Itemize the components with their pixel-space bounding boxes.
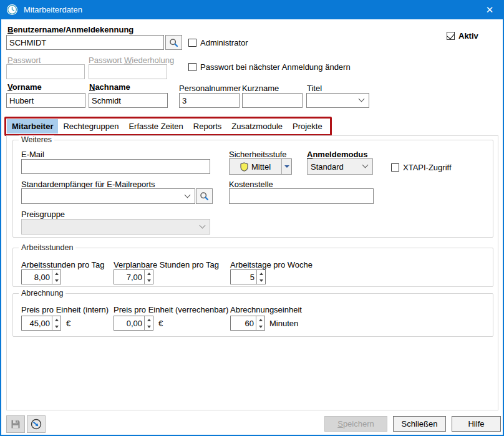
email-input[interactable] (21, 159, 210, 174)
circular-arrow-icon (31, 419, 42, 430)
spin-up-icon[interactable] (52, 270, 61, 277)
abrechnungseinheit-spinner[interactable]: 60 (230, 316, 265, 331)
kostenstelle-input[interactable] (229, 188, 374, 204)
email-label: E-Mail (21, 150, 44, 159)
standardempfaenger-label: Standardempfänger für E-Mailreports (21, 180, 155, 189)
save-icon-button[interactable] (6, 415, 25, 433)
speichern-button[interactable]: Speichern (324, 416, 387, 432)
kurzname-label: Kurzname (242, 84, 279, 93)
group-abrechnung-title: Abrechnung (19, 289, 65, 298)
hilfe-button[interactable]: Hilfe (452, 416, 501, 432)
xtapi-checkbox[interactable]: XTAPI-Zugriff (391, 163, 452, 172)
passwort-input[interactable] (6, 64, 85, 79)
xtapi-label: XTAPI-Zugriff (403, 163, 452, 172)
personalnummer-label: Personalnummer (179, 84, 241, 93)
preis-intern-label: Preis pro Einheit (intern) (21, 305, 109, 314)
arbeitstage-pro-woche-spinner[interactable]: 5 (230, 269, 266, 284)
tab-zusatzmodule[interactable]: Zusatzmodule (226, 119, 288, 133)
nachname-input[interactable] (89, 93, 168, 108)
close-icon[interactable]: ✕ (479, 0, 500, 19)
benutzername-search-button[interactable] (165, 35, 182, 50)
passwort-wiederholung-label: Passwort Wiederholung (89, 56, 174, 65)
dropdown-triangle-icon (284, 165, 289, 168)
benutzername-label: Benutzername/Anmeldekennung (7, 25, 133, 34)
spin-down-icon[interactable] (52, 323, 61, 330)
personalnummer-input[interactable] (179, 93, 240, 108)
preis-intern-spinner[interactable]: 45,00 (21, 316, 61, 331)
kurzname-input[interactable] (242, 93, 303, 108)
preis-verrechenbar-label: Preis pro Einheit (verrechenbar) (114, 305, 228, 314)
verplanbare-stunden-label: Verplanbare Stunden pro Tag (114, 260, 219, 269)
sicherheitsstufe-dropdown-arrow[interactable] (281, 159, 291, 174)
spin-up-icon[interactable] (256, 316, 264, 323)
title-bar: Mitarbeiterdaten ✕ (0, 0, 504, 19)
chevron-down-icon (359, 96, 365, 102)
anmeldemodus-select[interactable]: Standard (307, 158, 373, 175)
titel-select[interactable] (306, 93, 369, 108)
chevron-down-icon (185, 191, 191, 198)
verplanbare-stunden-spinner[interactable]: 7,00 (114, 269, 153, 284)
preis-intern-unit: € (66, 319, 70, 328)
tab-projekte[interactable]: Projekte (288, 119, 327, 133)
spin-up-icon[interactable] (145, 316, 153, 323)
spin-down-icon[interactable] (145, 277, 153, 284)
vorname-input[interactable] (6, 93, 85, 108)
spin-down-icon[interactable] (257, 277, 265, 284)
search-icon (169, 38, 178, 47)
kostenstelle-label: Kostenstelle (229, 180, 273, 189)
administrator-label: Administrator (200, 38, 248, 47)
preis-verrechenbar-spinner[interactable]: 0,00 (114, 316, 153, 331)
app-clock-icon (6, 4, 18, 16)
mitarbeiterdaten-dialog: Mitarbeiterdaten ✕ Benutzername/Anmeldek… (0, 0, 504, 436)
search-icon (200, 191, 209, 201)
preisgruppe-select[interactable] (21, 219, 210, 235)
group-arbeitsstunden-title: Arbeitsstunden (19, 243, 75, 252)
passwort-aendern-checkbox-box[interactable] (188, 63, 196, 71)
revert-icon-button[interactable] (27, 415, 46, 433)
shield-icon (240, 162, 248, 172)
tab-erfasste-zeiten[interactable]: Erfasste Zeiten (124, 119, 188, 133)
schliessen-button[interactable]: Schließen (393, 416, 446, 432)
standardempfaenger-select[interactable] (21, 188, 195, 204)
titel-label: Titel (307, 84, 322, 93)
group-weiteres-title: Weiteres (19, 135, 54, 144)
preis-verrechenbar-unit: € (158, 319, 163, 328)
sicherheitsstufe-value: Mittel (251, 162, 271, 172)
passwort-aendern-checkbox[interactable]: Passwort bei nächster Anmeldung ändern (188, 62, 351, 72)
tab-mitarbeiter[interactable]: Mitarbeiter (7, 119, 58, 133)
spin-down-icon[interactable] (256, 323, 264, 330)
spin-down-icon[interactable] (145, 323, 153, 330)
xtapi-checkbox-box[interactable] (391, 163, 399, 172)
standardempfaenger-search-button[interactable] (196, 188, 213, 204)
spin-up-icon[interactable] (257, 270, 265, 277)
administrator-checkbox-box[interactable] (188, 39, 196, 47)
tab-rechtegruppen[interactable]: Rechtegruppen (58, 119, 124, 133)
nachname-label: Nachname (89, 82, 130, 92)
sicherheitsstufe-splitbutton[interactable]: Mittel (229, 158, 292, 175)
abrechnungseinheit-label: Abrechnungseinheit (230, 305, 302, 314)
administrator-checkbox[interactable]: Administrator (188, 38, 248, 47)
tab-reports[interactable]: Reports (188, 119, 227, 133)
passwort-label: Passwort (7, 56, 41, 65)
sicherheitsstufe-label: Sicherheitsstufe (229, 150, 287, 159)
passwort-aendern-label: Passwort bei nächster Anmeldung ändern (200, 62, 351, 72)
chevron-down-icon (200, 222, 206, 228)
preisgruppe-label: Preisgruppe (21, 210, 65, 219)
anmeldemodus-label: Anmeldemodus (307, 150, 368, 159)
tabstrip-annotation-box: Mitarbeiter Rechtegruppen Erfasste Zeite… (4, 117, 332, 136)
aktiv-checkbox-box[interactable] (447, 32, 455, 40)
vorname-label: Vorname (7, 82, 42, 92)
arbeitsstunden-pro-tag-spinner[interactable]: 8,00 (21, 269, 61, 284)
spin-up-icon[interactable] (52, 316, 61, 323)
passwort-wiederholung-input[interactable] (89, 64, 167, 79)
aktiv-checkbox[interactable]: Aktiv (447, 31, 478, 41)
window-title: Mitarbeiterdaten (24, 5, 82, 14)
arbeitsstunden-pro-tag-label: Arbeitsstunden pro Tag (21, 260, 104, 269)
floppy-disk-icon (11, 419, 21, 429)
benutzername-input[interactable] (6, 35, 164, 50)
spin-down-icon[interactable] (52, 277, 61, 284)
arbeitstage-pro-woche-label: Arbeitstage pro Woche (230, 260, 313, 269)
aktiv-label: Aktiv (458, 31, 478, 41)
chevron-down-icon (362, 162, 369, 168)
spin-up-icon[interactable] (145, 270, 153, 277)
